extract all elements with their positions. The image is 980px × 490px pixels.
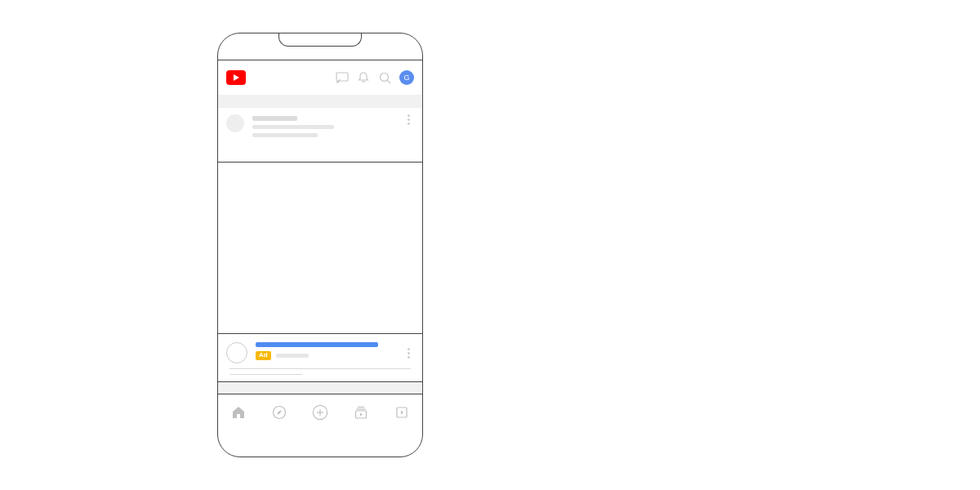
- library-icon[interactable]: [394, 404, 410, 421]
- ad-badge: Ad: [256, 351, 271, 360]
- ad-avatar-placeholder: [226, 342, 247, 363]
- ad-item[interactable]: Ad: [218, 334, 422, 365]
- cast-icon[interactable]: [336, 71, 349, 84]
- bottom-nav: [218, 394, 422, 430]
- account-avatar[interactable]: G: [399, 70, 414, 85]
- ad-subtext-placeholder: [276, 354, 309, 358]
- app-header: G: [218, 60, 422, 95]
- subscriptions-icon[interactable]: [353, 404, 369, 421]
- phone-notch: [278, 33, 362, 47]
- svg-point-1: [380, 73, 388, 81]
- video-thumbnail-placeholder[interactable]: [218, 163, 422, 333]
- svg-rect-0: [336, 73, 348, 81]
- feed-item-text-placeholder: [252, 114, 394, 137]
- create-icon[interactable]: [312, 404, 328, 421]
- bell-icon[interactable]: [357, 71, 370, 84]
- more-options-icon[interactable]: [403, 114, 414, 125]
- ad-headline-placeholder: [256, 342, 378, 347]
- phone-screen: G: [218, 60, 422, 430]
- play-icon: [234, 74, 239, 81]
- phone-frame: G: [217, 33, 423, 457]
- spacer-strip: [218, 382, 422, 394]
- more-options-icon[interactable]: [403, 342, 414, 363]
- home-icon[interactable]: [230, 404, 247, 421]
- channel-avatar-placeholder: [226, 114, 244, 132]
- explore-icon[interactable]: [271, 404, 287, 421]
- search-icon[interactable]: [378, 71, 391, 84]
- youtube-logo[interactable]: [226, 70, 246, 85]
- svg-line-2: [387, 80, 390, 83]
- ad-description-placeholder: [218, 365, 422, 381]
- feed-item[interactable]: [218, 108, 422, 162]
- chip-row-placeholder: [218, 95, 422, 108]
